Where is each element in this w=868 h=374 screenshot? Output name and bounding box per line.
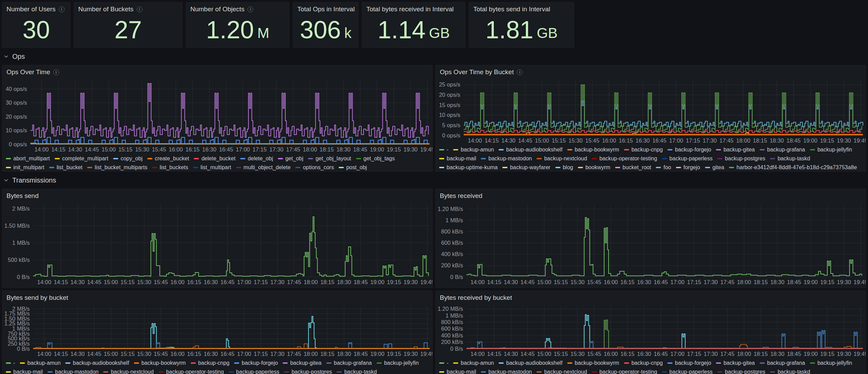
- info-icon[interactable]: i: [137, 6, 143, 12]
- legend-item-list_multipart[interactable]: list_multipart: [193, 164, 231, 171]
- legend-item-backup-forgejo[interactable]: backup-forgejo: [667, 359, 711, 366]
- legend-item-backup-nextcloud[interactable]: backup-nextcloud: [537, 368, 587, 374]
- legend-item-backup-mastodon[interactable]: backup-mastodon: [48, 368, 98, 374]
- legend-item-delete_obj[interactable]: delete_obj: [240, 155, 273, 162]
- panel-title-bar[interactable]: Bytes send: [2, 189, 432, 201]
- legend-item-multi_object_delete[interactable]: multi_object_delete: [236, 164, 291, 171]
- legend-item-backup-operator-testing[interactable]: backup-operator-testing: [592, 368, 657, 374]
- info-icon[interactable]: i: [59, 6, 65, 12]
- legend-item-backup-nextcloud[interactable]: backup-nextcloud: [537, 155, 587, 162]
- legend-item-backup-bookwyrm[interactable]: backup-bookwyrm: [567, 359, 619, 366]
- legend-item-backup-nextcloud[interactable]: backup-nextcloud: [103, 368, 153, 374]
- legend-item-backup-paperless[interactable]: backup-paperless: [229, 368, 279, 374]
- legend-item-backup-cnpg[interactable]: backup-cnpg: [191, 359, 230, 366]
- legend-item-foo[interactable]: foo: [656, 164, 671, 171]
- bytes-received-chart[interactable]: 0 B/s200 kB/s400 kB/s600 kB/s800 kB/s1 M…: [436, 201, 866, 286]
- legend-item-backup-postgres[interactable]: backup-postgres: [284, 368, 332, 374]
- legend-item-list_bucket[interactable]: list_bucket: [49, 164, 83, 171]
- legend-item-backup-taskd[interactable]: backup-taskd: [337, 368, 377, 374]
- bytes-panels-row: Bytes send 0 B/s500 kB/s1 MB/s1.50 MB/s2…: [2, 189, 866, 288]
- legend-item-backup-cnpg[interactable]: backup-cnpg: [624, 146, 663, 153]
- legend-item-complete_multipart[interactable]: complete_multipart: [55, 155, 108, 162]
- legend-item-backup-operator-testing[interactable]: backup-operator-testing: [592, 155, 657, 162]
- panel-title-bar[interactable]: Bytes received: [436, 189, 866, 201]
- legend-item-backup-mail[interactable]: backup-mail: [439, 155, 476, 162]
- legend-item-backup-paperless[interactable]: backup-paperless: [662, 155, 713, 162]
- legend-item-get_obj_layout[interactable]: get_obj_layout: [308, 155, 351, 162]
- legend-item-backup-mastodon[interactable]: backup-mastodon: [481, 368, 532, 374]
- legend-item-list_bucket_multiparts[interactable]: list_bucket_multiparts: [87, 164, 147, 171]
- legend-item--[interactable]: -: [439, 146, 448, 153]
- legend-item--[interactable]: -: [439, 359, 448, 366]
- legend-item-backup-audiobookshelf[interactable]: backup-audiobookshelf: [499, 146, 562, 153]
- bytes-received-by-bucket-chart[interactable]: 0 B/s200 kB/s400 kB/s600 kB/s800 kB/s1 M…: [436, 303, 866, 358]
- legend-item-backup-forgejo[interactable]: backup-forgejo: [234, 359, 278, 366]
- legend-label: backup-audiobookshelf: [506, 359, 562, 366]
- legend-item-backup-postgres[interactable]: backup-postgres: [717, 155, 765, 162]
- legend-item-backup-grafana[interactable]: backup-grafana: [326, 359, 372, 366]
- legend-item-backup-wayfarer[interactable]: backup-wayfarer: [502, 164, 550, 171]
- legend-item-post_obj[interactable]: post_obj: [339, 164, 367, 171]
- legend-item-backup-amun[interactable]: backup-amun: [453, 359, 494, 366]
- legend-item-options_cors[interactable]: options_cors: [295, 164, 334, 171]
- legend-item-delete_bucket[interactable]: delete_bucket: [194, 155, 235, 162]
- legend-item-backup-audiobookshelf[interactable]: backup-audiobookshelf: [65, 359, 129, 366]
- legend-item-get_obj[interactable]: get_obj: [278, 155, 303, 162]
- legend-item-backup-mail[interactable]: backup-mail: [439, 368, 476, 374]
- legend-item-bucket_root[interactable]: bucket_root: [615, 164, 651, 171]
- section-row-transmissions[interactable]: Transmissions: [2, 174, 866, 186]
- legend-item-backup-forgejo[interactable]: backup-forgejo: [667, 146, 711, 153]
- legend-item-backup-audiobookshelf[interactable]: backup-audiobookshelf: [499, 359, 562, 366]
- x-tick-label: 17:30: [270, 351, 284, 357]
- legend-item-backup-mail[interactable]: backup-mail: [6, 368, 43, 374]
- legend-item-backup-jellyfin[interactable]: backup-jellyfin: [810, 359, 852, 366]
- ops-over-time-chart[interactable]: 0 ops/s10 ops/s20 ops/s30 ops/s40 ops/s1…: [2, 77, 432, 153]
- legend-item-get_obj_tags[interactable]: get_obj_tags: [356, 155, 395, 162]
- legend-item-backup-gitea[interactable]: backup-gitea: [283, 359, 322, 366]
- legend-item-backup-paperless[interactable]: backup-paperless: [662, 368, 713, 374]
- legend-item-harbor-e3412df4-8dd8-47e5-b18d-c29a73753a8e[interactable]: harbor-e3412df4-8dd8-47e5-b18d-c29a73753…: [729, 164, 857, 171]
- legend-item-backup-taskd[interactable]: backup-taskd: [770, 155, 810, 162]
- legend-item-backup-operator-testing[interactable]: backup-operator-testing: [159, 368, 224, 374]
- legend-item-backup-bookwyrm[interactable]: backup-bookwyrm: [134, 359, 186, 366]
- legend-swatch: [662, 371, 667, 373]
- legend-item-backup-bookwyrm[interactable]: backup-bookwyrm: [567, 146, 619, 153]
- legend-item-backup-postgres[interactable]: backup-postgres: [717, 368, 765, 374]
- legend-item-bookwyrm[interactable]: bookwyrm: [578, 164, 610, 171]
- info-icon[interactable]: i: [53, 69, 59, 75]
- bytes-send-by-bucket-chart[interactable]: 0 B/s250 kB/s500 kB/s750 kB/s1 MB/s1.25 …: [2, 303, 432, 358]
- x-tick-label: 19:15: [387, 351, 401, 357]
- legend-item-backup-uptime-kuma[interactable]: backup-uptime-kuma: [439, 164, 498, 171]
- ops-over-time-by-bucket-chart[interactable]: 0 ops/s5 ops/s10 ops/s15 ops/s20 ops/s25…: [436, 77, 866, 144]
- info-icon[interactable]: i: [247, 6, 253, 12]
- panel-title-bar[interactable]: Bytes send by bucket: [2, 291, 432, 303]
- legend-item-backup-amun[interactable]: backup-amun: [453, 146, 494, 153]
- legend-item-backup-jellyfin[interactable]: backup-jellyfin: [377, 359, 419, 366]
- legend-item-backup-taskd[interactable]: backup-taskd: [770, 368, 810, 374]
- panel-bytes-send: Bytes send 0 B/s500 kB/s1 MB/s1.50 MB/s2…: [2, 189, 433, 288]
- legend-item-backup-mastodon[interactable]: backup-mastodon: [481, 155, 532, 162]
- panel-title-bar[interactable]: Ops Over Time i: [2, 65, 432, 77]
- legend-item-abort_multipart[interactable]: abort_multipart: [6, 155, 50, 162]
- legend-item-blog[interactable]: blog: [555, 164, 573, 171]
- legend-item-backup-grafana[interactable]: backup-grafana: [760, 146, 805, 153]
- bytes-send-chart[interactable]: 0 B/s500 kB/s1 MB/s1.50 MB/s2 MB/s14:001…: [2, 201, 432, 286]
- legend-item-init_multipart[interactable]: init_multipart: [6, 164, 44, 171]
- legend-item-backup-gitea[interactable]: backup-gitea: [716, 146, 755, 153]
- section-row-ops[interactable]: Ops: [2, 51, 866, 62]
- legend-item-copy_obj[interactable]: copy_obj: [113, 155, 143, 162]
- panel-title-bar[interactable]: Ops Over Time by Bucket i: [436, 65, 866, 77]
- legend-item-list_buckets[interactable]: list_buckets: [152, 164, 188, 171]
- info-icon[interactable]: i: [517, 69, 523, 75]
- legend-item-backup-gitea[interactable]: backup-gitea: [716, 359, 755, 366]
- legend-item--[interactable]: -: [6, 359, 15, 366]
- panel-title-bar[interactable]: Bytes received by bucket: [436, 291, 866, 303]
- legend-item-gitea[interactable]: gitea: [705, 164, 724, 171]
- legend-item-backup-jellyfin[interactable]: backup-jellyfin: [810, 146, 852, 153]
- legend-item-create_bucket[interactable]: create_bucket: [147, 155, 189, 162]
- y-tick-label: 200 kB/s: [441, 339, 463, 345]
- legend-item-backup-cnpg[interactable]: backup-cnpg: [624, 359, 663, 366]
- legend-item-backup-grafana[interactable]: backup-grafana: [760, 359, 805, 366]
- legend-item-backup-amun[interactable]: backup-amun: [20, 359, 60, 366]
- legend-item-forgejo[interactable]: forgejo: [676, 164, 700, 171]
